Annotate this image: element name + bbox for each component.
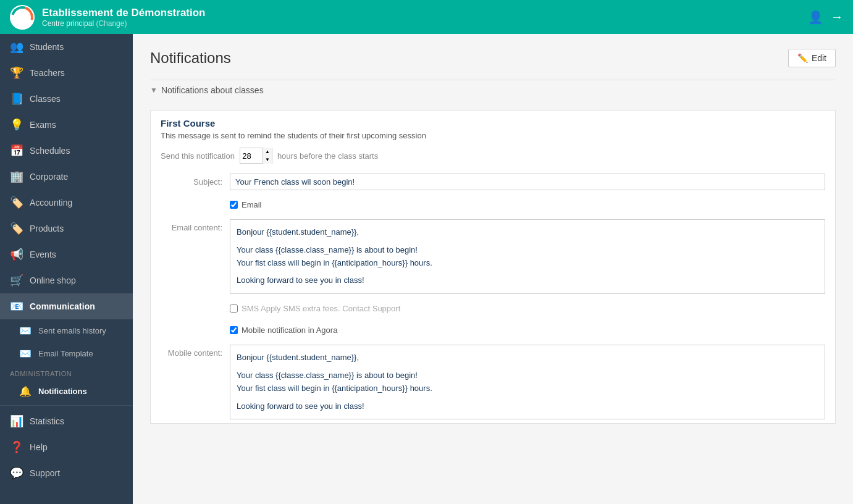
course-title-row: First Course <box>151 111 835 131</box>
mobile-spacer <box>161 323 222 327</box>
sub-name: Centre principal (Change) <box>42 19 206 28</box>
sidebar-item-online-shop[interactable]: 🛒 Online shop <box>0 267 133 293</box>
email-content-row: Email content: Bonjour {{student.student… <box>151 216 835 298</box>
students-icon: 👥 <box>10 40 23 54</box>
section-title: Notifications about classes <box>161 85 264 95</box>
mobile-checkbox-group: Mobile notification in Agora <box>230 323 825 337</box>
spin-down-button[interactable]: ▼ <box>263 156 272 164</box>
header-left: Etablissement de Démonstration Centre pr… <box>10 5 206 30</box>
sms-checkbox[interactable] <box>230 304 238 313</box>
email-checkbox-label[interactable]: Email <box>242 200 262 209</box>
sent-emails-icon: ✉️ <box>19 325 32 337</box>
send-row: Send this notification ▲ ▼ hours before … <box>151 145 835 170</box>
email-template-icon: ✉️ <box>19 348 32 359</box>
sidebar-item-teachers[interactable]: 🏆 Teachers <box>0 60 133 86</box>
classes-icon: 📘 <box>10 92 23 106</box>
page-title: Notifications <box>150 49 231 67</box>
sms-checkbox-label[interactable]: SMS Apply SMS extra fees. Contact Suppor… <box>242 304 400 313</box>
mobile-content-label: Mobile content: <box>161 345 222 358</box>
mobile-content-row: Mobile content: Bonjour {{student.studen… <box>151 341 835 423</box>
sidebar-item-students[interactable]: 👥 Students <box>0 34 133 60</box>
exams-icon: 💡 <box>10 118 23 132</box>
sidebar-item-classes[interactable]: 📘 Classes <box>0 86 133 112</box>
email-content-label: Email content: <box>161 219 222 232</box>
email-line-3: Your fist class will begin in {{anticipa… <box>237 257 818 270</box>
send-prefix: Send this notification <box>161 151 235 161</box>
org-name: Etablissement de Démonstration <box>42 7 206 19</box>
email-checkbox-field: Email <box>230 198 825 212</box>
sidebar-item-events[interactable]: 📢 Events <box>0 242 133 267</box>
send-suffix: hours before the class starts <box>277 151 378 161</box>
header-actions: 👤 → <box>808 10 843 25</box>
sidebar-item-help[interactable]: ❓ Help <box>0 434 133 460</box>
sidebar-item-exams[interactable]: 💡 Exams <box>0 112 133 138</box>
accounting-icon: 🏷️ <box>10 196 23 209</box>
app-header: Etablissement de Démonstration Centre pr… <box>0 0 853 34</box>
admin-section-label: Administration <box>0 365 133 380</box>
email-line-5: Looking forward to see you in class! <box>237 274 818 287</box>
subject-input[interactable] <box>230 174 825 190</box>
sms-spacer <box>161 301 222 305</box>
teachers-icon: 🏆 <box>10 66 23 80</box>
app-logo <box>10 5 35 30</box>
sidebar-item-notifications[interactable]: 🔔 Notifications <box>0 380 133 403</box>
sidebar-item-accounting[interactable]: 🏷️ Accounting <box>0 190 133 216</box>
notifications-icon: 🔔 <box>19 385 32 397</box>
mobile-checkbox[interactable] <box>230 326 238 334</box>
spin-up-button[interactable]: ▲ <box>263 148 272 156</box>
notification-card: First Course This message is sent to rem… <box>150 110 836 424</box>
subject-label: Subject: <box>161 174 222 187</box>
hours-input[interactable] <box>240 148 263 163</box>
schedules-icon: 📅 <box>10 144 23 158</box>
app-body: 👥 Students 🏆 Teachers 📘 Classes 💡 Exams … <box>0 34 853 504</box>
chevron-down-icon: ▼ <box>150 86 158 94</box>
user-icon[interactable]: 👤 <box>808 10 823 25</box>
change-link[interactable]: (Change) <box>96 19 127 28</box>
corporate-icon: 🏢 <box>10 170 23 183</box>
products-icon: 🏷️ <box>10 222 23 235</box>
hours-input-group: ▲ ▼ <box>240 148 272 164</box>
sidebar-item-schedules[interactable]: 📅 Schedules <box>0 138 133 164</box>
subject-field <box>230 174 825 190</box>
email-checkbox-row: Email <box>151 194 835 216</box>
email-line-0: Bonjour {{student.student_name}}, <box>237 226 818 239</box>
subject-row: Subject: <box>151 170 835 194</box>
email-spacer <box>161 198 222 201</box>
mobile-line-3: Your fist class will begin in {{anticipa… <box>237 382 818 395</box>
email-content-field: Bonjour {{student.student_name}}, Your c… <box>230 219 825 294</box>
statistics-icon: 📊 <box>10 414 23 428</box>
mobile-checkbox-label[interactable]: Mobile notification in Agora <box>242 326 337 335</box>
email-content-box: Bonjour {{student.student_name}}, Your c… <box>230 219 825 294</box>
email-checkbox[interactable] <box>230 201 238 209</box>
mobile-checkbox-field: Mobile notification in Agora <box>230 323 825 337</box>
events-icon: 📢 <box>10 248 23 261</box>
sidebar-item-statistics[interactable]: 📊 Statistics <box>0 408 133 434</box>
sidebar-item-corporate[interactable]: 🏢 Corporate <box>0 164 133 190</box>
page-header: Notifications ✏️ Edit <box>150 49 836 67</box>
email-line-2: Your class {{classe.class_name}} is abou… <box>237 244 818 257</box>
mobile-line-2: Your class {{classe.class_name}} is abou… <box>237 369 818 382</box>
email-line-1 <box>237 239 818 244</box>
sms-row: SMS Apply SMS extra fees. Contact Suppor… <box>151 298 835 319</box>
notifications-section-header[interactable]: ▼ Notifications about classes <box>150 80 836 100</box>
edit-button[interactable]: ✏️ Edit <box>788 49 836 67</box>
sms-checkbox-group: SMS Apply SMS extra fees. Contact Suppor… <box>230 301 825 316</box>
help-icon: ❓ <box>10 440 23 454</box>
sidebar-item-sent-emails[interactable]: ✉️ Sent emails history <box>0 319 133 342</box>
sidebar: 👥 Students 🏆 Teachers 📘 Classes 💡 Exams … <box>0 34 133 504</box>
mobile-line-5: Looking forward to see you in class! <box>237 400 818 413</box>
logout-icon[interactable]: → <box>831 10 843 25</box>
mobile-checkbox-row: Mobile notification in Agora <box>151 319 835 341</box>
sidebar-item-support[interactable]: 💬 Support <box>0 460 133 486</box>
spin-buttons: ▲ ▼ <box>263 148 272 164</box>
mobile-line-0: Bonjour {{student.student_name}}, <box>237 351 818 364</box>
mobile-content-field: Bonjour {{student.student_name}}, Your c… <box>230 345 825 419</box>
sidebar-item-email-template[interactable]: ✉️ Email Template <box>0 342 133 365</box>
email-checkbox-group: Email <box>230 198 825 212</box>
sidebar-item-communication[interactable]: 📧 Communication <box>0 293 133 319</box>
sms-field: SMS Apply SMS extra fees. Contact Suppor… <box>230 301 825 316</box>
sidebar-item-products[interactable]: 🏷️ Products <box>0 216 133 242</box>
edit-pencil-icon: ✏️ <box>797 53 808 63</box>
header-title-block: Etablissement de Démonstration Centre pr… <box>42 7 206 28</box>
mobile-content-box: Bonjour {{student.student_name}}, Your c… <box>230 345 825 419</box>
